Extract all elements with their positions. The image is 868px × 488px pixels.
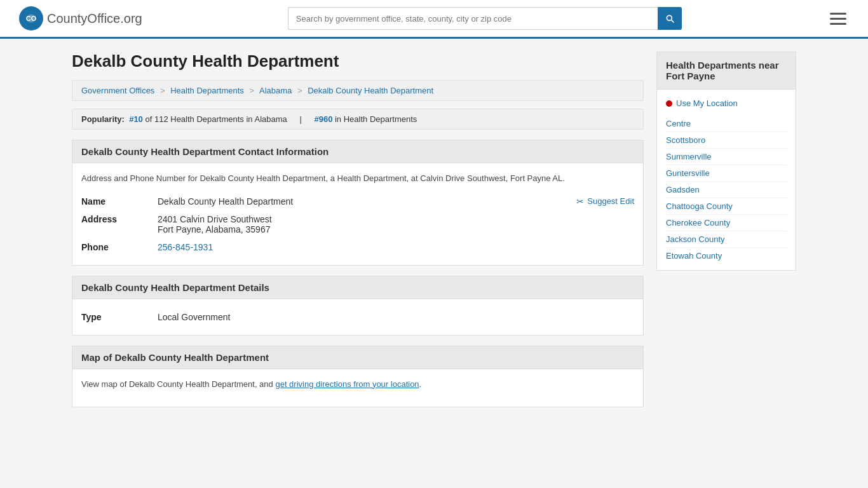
phone-row: Phone 256-845-1931 bbox=[81, 238, 634, 256]
name-label: Name bbox=[81, 196, 158, 207]
contact-section-header: Dekalb County Health Department Contact … bbox=[72, 140, 644, 163]
sidebar-links-list: CentreScottsboroSummervilleGuntersvilleG… bbox=[666, 116, 787, 264]
main-container: Dekalb County Health Department Governme… bbox=[53, 39, 815, 430]
breadcrumb: Government Offices > Health Departments … bbox=[72, 80, 644, 101]
contact-info-table: Name Dekalb County Health Department ✂ S… bbox=[81, 193, 634, 256]
address-line2: Fort Payne, Alabama, 35967 bbox=[158, 224, 634, 234]
suggest-edit-button[interactable]: ✂ Suggest Edit bbox=[576, 196, 634, 207]
map-description: View map of Dekalb County Health Departm… bbox=[81, 378, 634, 391]
hamburger-menu-button[interactable] bbox=[827, 10, 849, 27]
edit-icon: ✂ bbox=[576, 196, 584, 207]
contact-description: Address and Phone Number for Dekalb Coun… bbox=[81, 172, 634, 185]
map-text-before: View map of Dekalb County Health Departm… bbox=[81, 379, 275, 389]
sidebar-link-3[interactable]: Guntersville bbox=[666, 165, 787, 182]
sidebar-header: Health Departments near Fort Payne bbox=[656, 51, 796, 90]
menu-line bbox=[830, 13, 846, 15]
location-dot-icon bbox=[666, 100, 672, 107]
site-header: CO CountyOffice.org bbox=[0, 0, 868, 39]
popularity-bar: Popularity: #10 of 112 Health Department… bbox=[72, 109, 644, 130]
suggest-edit-label: Suggest Edit bbox=[587, 196, 634, 206]
use-my-location-label: Use My Location bbox=[676, 98, 738, 108]
logo-icon: CO bbox=[19, 6, 43, 30]
sidebar-link-2[interactable]: Summerville bbox=[666, 149, 787, 165]
search-area bbox=[288, 7, 682, 30]
sidebar-link-6[interactable]: Cherokee County bbox=[666, 215, 787, 231]
breadcrumb-sep: > bbox=[160, 86, 165, 95]
map-section-body: View map of Dekalb County Health Departm… bbox=[72, 369, 644, 408]
sidebar-link-5[interactable]: Chattooga County bbox=[666, 198, 787, 215]
search-input[interactable] bbox=[288, 7, 658, 30]
use-my-location-button[interactable]: Use My Location bbox=[666, 96, 787, 111]
sidebar: Health Departments near Fort Payne Use M… bbox=[656, 51, 796, 417]
details-section: Dekalb County Health Department Details … bbox=[72, 276, 644, 336]
phone-link[interactable]: 256-845-1931 bbox=[158, 242, 213, 252]
search-button[interactable] bbox=[658, 7, 682, 30]
sidebar-link-0[interactable]: Centre bbox=[666, 116, 787, 132]
sidebar-link-7[interactable]: Jackson County bbox=[666, 231, 787, 248]
map-section-header: Map of Dekalb County Health Department bbox=[72, 346, 644, 369]
name-row: Name Dekalb County Health Department ✂ S… bbox=[81, 193, 634, 210]
content-area: Dekalb County Health Department Governme… bbox=[72, 51, 644, 417]
sidebar-link-4[interactable]: Gadsden bbox=[666, 182, 787, 198]
address-label: Address bbox=[81, 214, 158, 224]
type-value: Local Government bbox=[158, 312, 634, 322]
popularity-rank2: #960 in Health Departments bbox=[314, 114, 417, 124]
logo-text: CountyOffice.org bbox=[47, 11, 142, 26]
type-row: Type Local Government bbox=[81, 308, 634, 326]
breadcrumb-link-health[interactable]: Health Departments bbox=[170, 86, 244, 95]
page-title: Dekalb County Health Department bbox=[72, 51, 644, 71]
popularity-sep: | bbox=[299, 114, 301, 124]
logo[interactable]: CO CountyOffice.org bbox=[19, 6, 142, 30]
sidebar-link-1[interactable]: Scottsboro bbox=[666, 132, 787, 149]
details-section-body: Type Local Government bbox=[72, 299, 644, 336]
breadcrumb-sep: > bbox=[297, 86, 302, 95]
breadcrumb-link-gov[interactable]: Government Offices bbox=[81, 86, 154, 95]
phone-label: Phone bbox=[81, 242, 158, 252]
breadcrumb-sep: > bbox=[249, 86, 254, 95]
contact-section: Dekalb County Health Department Contact … bbox=[72, 140, 644, 266]
menu-line bbox=[830, 23, 846, 25]
details-section-header: Dekalb County Health Department Details bbox=[72, 276, 644, 299]
type-label: Type bbox=[81, 312, 158, 322]
search-icon bbox=[665, 13, 675, 24]
driving-directions-link[interactable]: get driving directions from your locatio… bbox=[275, 379, 419, 389]
breadcrumb-link-alabama[interactable]: Alabama bbox=[259, 86, 292, 95]
svg-text:CO: CO bbox=[26, 15, 37, 22]
sidebar-body: Use My Location CentreScottsboroSummervi… bbox=[656, 90, 796, 271]
popularity-label: Popularity: bbox=[81, 114, 125, 124]
address-line1: 2401 Calvin Drive Southwest bbox=[158, 214, 634, 224]
map-section: Map of Dekalb County Health Department V… bbox=[72, 346, 644, 408]
breadcrumb-link-current[interactable]: Dekalb County Health Department bbox=[308, 86, 433, 95]
menu-line bbox=[830, 18, 846, 20]
contact-section-body: Address and Phone Number for Dekalb Coun… bbox=[72, 163, 644, 266]
popularity-rank1: #10 of 112 Health Departments in Alabama bbox=[127, 114, 290, 124]
address-row: Address 2401 Calvin Drive Southwest Fort… bbox=[81, 210, 634, 238]
sidebar-link-8[interactable]: Etowah County bbox=[666, 248, 787, 264]
address-value: 2401 Calvin Drive Southwest Fort Payne, … bbox=[158, 214, 634, 234]
phone-value: 256-845-1931 bbox=[158, 242, 634, 252]
map-text-after: . bbox=[419, 379, 422, 389]
name-value: Dekalb County Health Department bbox=[158, 196, 576, 207]
